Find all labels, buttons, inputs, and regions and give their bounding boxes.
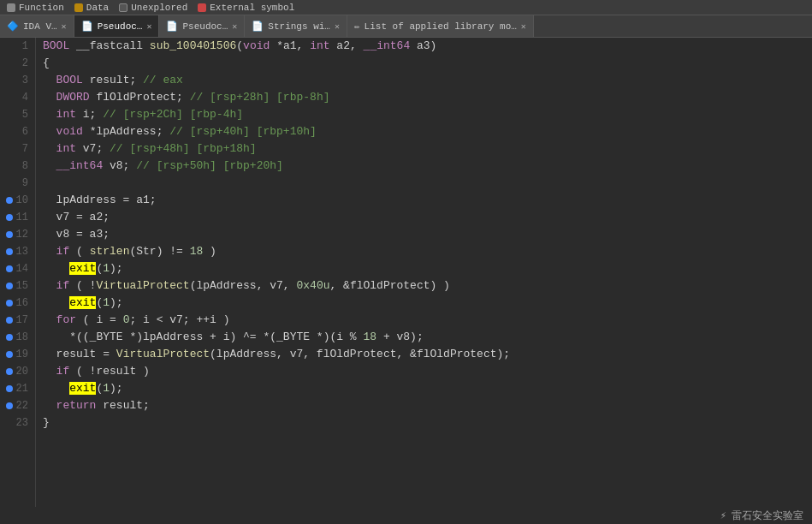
tab-strings-close[interactable]: ✕ [335, 21, 340, 32]
tab-ida-icon: 🔷 [7, 21, 19, 32]
tab-pseudo2-icon: 📄 [166, 21, 178, 32]
bp-14 [6, 265, 13, 272]
code-line-10: lpAddress = a1; [43, 192, 805, 209]
tab-strings-label: Strings wi… [268, 21, 330, 32]
line-17: 17 [3, 312, 28, 329]
bottom-bar: ⚡ 雷石安全实验室 [0, 507, 812, 524]
watermark: ⚡ 雷石安全实验室 [720, 509, 803, 523]
code-line-7: int v7; // [rsp+48h] [rbp+18h] [43, 140, 805, 158]
line-14: 14 [3, 260, 28, 277]
line-15: 15 [3, 277, 28, 295]
tab-pseudo2[interactable]: 📄 Pseudoc… ✕ [159, 15, 245, 37]
tab-pseudo1-close[interactable]: ✕ [146, 21, 151, 32]
watermark-icon: ⚡ [720, 509, 726, 522]
legend-unexplored: Unexplored [119, 3, 187, 13]
code-line-18: *((_BYTE *)lpAddress + i) ^= *(_BYTE *)(… [43, 329, 805, 346]
code-line-15: if ( !VirtualProtect(lpAddress, v7, 0x40… [43, 277, 805, 295]
bp-19 [6, 351, 13, 358]
bp-13 [6, 248, 13, 255]
tab-pseudo1-icon: 📄 [81, 21, 93, 32]
line-11: 11 [3, 209, 28, 226]
code-line-12: v8 = a3; [43, 226, 805, 243]
bp-9 [12, 180, 19, 187]
tab-strings[interactable]: 📄 Strings wi… ✕ [245, 15, 347, 37]
bp-17 [6, 317, 13, 324]
code-line-22: return result; [43, 397, 805, 414]
line-9: 9 [3, 175, 28, 192]
bp-8 [12, 163, 19, 170]
legend-function: Function [7, 3, 64, 13]
line-23: 23 [3, 414, 28, 432]
line-3: 3 [3, 72, 28, 89]
tab-pseudo2-close[interactable]: ✕ [232, 21, 237, 32]
bp-20 [6, 368, 13, 375]
bp-23 [6, 420, 13, 426]
tab-ida-close[interactable]: ✕ [62, 21, 67, 32]
line-18: 18 [3, 329, 28, 346]
bp-22 [6, 402, 13, 409]
bp-12 [6, 231, 13, 238]
line-10: 10 [3, 192, 28, 209]
tab-ida-label: IDA V… [23, 21, 57, 32]
legend-data-dot [74, 3, 83, 12]
tab-list[interactable]: ✏️ List of applied library mo… ✕ [347, 15, 534, 37]
line-1: 1 [3, 38, 28, 55]
code-line-13: if ( strlen(Str) != 18 ) [43, 243, 805, 260]
line-7: 7 [3, 140, 28, 158]
line-13: 13 [3, 243, 28, 260]
tab-pseudo1[interactable]: 📄 Pseudoc… ✕ [74, 15, 160, 37]
legend-data: Data [74, 3, 109, 13]
bp-15 [6, 283, 13, 289]
bp-3 [12, 77, 19, 84]
legend-external-dot [198, 3, 206, 12]
bp-2 [12, 60, 19, 67]
code-line-8: __int64 v8; // [rsp+50h] [rbp+20h] [43, 158, 805, 175]
bp-1 [12, 43, 19, 50]
line-16: 16 [3, 295, 28, 312]
code-line-3: BOOL result; // eax [43, 72, 805, 89]
line-20: 20 [3, 363, 28, 380]
line-21: 21 [3, 380, 28, 397]
tab-pseudo2-label: Pseudoc… [182, 21, 228, 32]
bp-21 [6, 385, 13, 392]
code-content[interactable]: BOOL __fastcall sub_100401506(void *a1, … [36, 38, 812, 507]
line-22: 22 [3, 397, 28, 414]
code-line-21: exit(1); [43, 380, 805, 397]
tab-list-close[interactable]: ✕ [521, 21, 526, 32]
legend-bar: Function Data Unexplored External symbol [0, 0, 812, 15]
code-line-17: for ( i = 0; i < v7; ++i ) [43, 312, 805, 329]
line-6: 6 [3, 123, 28, 140]
code-line-20: if ( !result ) [43, 363, 805, 380]
bp-10 [6, 197, 13, 204]
line-8: 8 [3, 158, 28, 175]
code-line-9 [43, 175, 805, 192]
line-4: 4 [3, 89, 28, 106]
line-12: 12 [3, 226, 28, 243]
code-line-23: } [43, 414, 805, 432]
bp-6 [12, 128, 19, 135]
code-line-11: v7 = a2; [43, 209, 805, 226]
bp-4 [12, 94, 19, 101]
code-line-4: DWORD flOldProtect; // [rsp+28h] [rbp-8h… [43, 89, 805, 106]
code-line-5: int i; // [rsp+2Ch] [rbp-4h] [43, 106, 805, 123]
tab-ida[interactable]: 🔷 IDA V… ✕ [0, 15, 74, 37]
line-19: 19 [3, 346, 28, 363]
code-editor[interactable]: 1 2 3 4 5 6 7 8 9 10 11 12 13 14 15 16 1… [0, 38, 812, 507]
tab-pseudo1-label: Pseudoc… [98, 21, 143, 32]
code-line-1: BOOL __fastcall sub_100401506(void *a1, … [43, 38, 805, 55]
line-5: 5 [3, 106, 28, 123]
bp-5 [12, 111, 19, 118]
line-2: 2 [3, 55, 28, 72]
code-line-2: { [43, 55, 805, 72]
code-line-16: exit(1); [43, 295, 805, 312]
tabs-bar: 🔷 IDA V… ✕ 📄 Pseudoc… ✕ 📄 Pseudoc… ✕ 📄 S… [0, 15, 812, 38]
watermark-text: 雷石安全实验室 [732, 509, 803, 523]
code-line-14: exit(1); [43, 260, 805, 277]
tab-list-label: List of applied library mo… [365, 21, 517, 32]
bp-7 [12, 146, 19, 152]
code-line-19: result = VirtualProtect(lpAddress, v7, f… [43, 346, 805, 363]
tab-list-icon: ✏️ [354, 21, 360, 32]
bp-16 [6, 300, 13, 307]
legend-unexplored-dot [119, 3, 127, 12]
bp-18 [6, 334, 13, 341]
